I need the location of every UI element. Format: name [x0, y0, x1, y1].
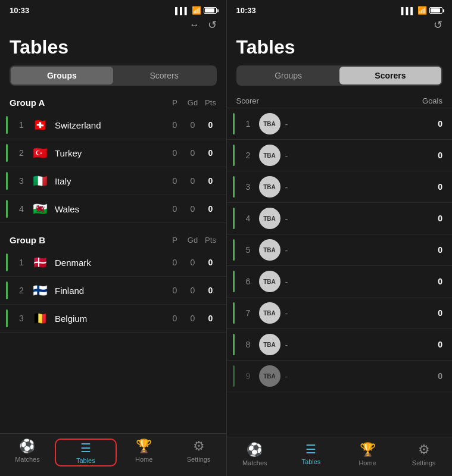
scorer-rank: 9 — [242, 371, 254, 381]
left-panel: 10:33 ▌▌▌ 📶 ↔ ↺ Tables Groups Scorers Gr… — [0, 0, 226, 476]
team-stats: 0 0 0 — [169, 120, 217, 130]
tab-settings-right[interactable]: ⚙ Settings — [395, 442, 452, 466]
page-title-left: Tables — [0, 34, 226, 65]
matches-icon-right: ⚽ — [247, 442, 263, 458]
nav-refresh-icon-right[interactable]: ↺ — [434, 18, 442, 32]
time-left: 10:33 — [10, 6, 29, 15]
flag-belgium: 🇧🇪 — [31, 309, 49, 327]
scorer-rank: 1 — [242, 119, 254, 129]
rank: 2 — [15, 286, 27, 295]
stat-pts: 0 — [205, 258, 217, 267]
tab-label-tables-right: Tables — [302, 458, 321, 465]
tba-badge: TBA — [259, 145, 280, 166]
stat-p: 0 — [169, 148, 181, 158]
scorer-col-label: Scorer — [236, 96, 259, 105]
nav-row-left: ↔ ↺ — [0, 17, 226, 34]
scorer-row[interactable]: 1 TBA - 0 — [227, 108, 453, 140]
stat-p: 0 — [169, 120, 181, 130]
wifi-icon-right: 📶 — [417, 6, 427, 15]
group-b-cols: P Gd Pts — [169, 236, 217, 245]
stat-pts: 0 — [205, 176, 217, 186]
group-a-name: Group A — [10, 98, 45, 108]
team-name: Finland — [55, 286, 169, 296]
table-row[interactable]: 1 🇩🇰 Denmark 0 0 0 — [0, 249, 226, 277]
team-name: Switzerland — [55, 120, 169, 130]
table-row[interactable]: 1 🇨🇭 Switzerland 0 0 0 — [0, 111, 226, 139]
scorer-rank: 6 — [242, 277, 254, 286]
status-bar-right: 10:33 ▌▌▌ 📶 — [227, 0, 453, 17]
tab-matches-right[interactable]: ⚽ Matches — [227, 442, 283, 466]
tab-label-settings-right: Settings — [412, 459, 436, 466]
scorer-row[interactable]: 9 TBA - 0 — [227, 361, 453, 392]
nav-back-forward-icon[interactable]: ↔ — [190, 20, 199, 30]
tab-matches-left[interactable]: ⚽ Matches — [0, 439, 55, 466]
stat-gd: 0 — [187, 120, 199, 130]
tab-tables-left[interactable]: ☰ Tables — [55, 439, 117, 466]
scorer-row[interactable]: 8 TBA - 0 — [227, 329, 453, 361]
table-row[interactable]: 4 🏴󠁧󠁢󠁷󠁬󠁳󠁿 Wales 0 0 0 — [0, 195, 226, 223]
nav-refresh-icon[interactable]: ↺ — [208, 18, 217, 32]
team-stats: 0 0 0 — [169, 204, 217, 214]
table-row[interactable]: 2 🇹🇷 Turkey 0 0 0 — [0, 139, 226, 167]
team-stats: 0 0 0 — [169, 148, 217, 158]
team-name: Turkey — [55, 148, 169, 158]
tab-settings-left[interactable]: ⚙ Settings — [172, 439, 226, 466]
group-a-cols: P Gd Pts — [169, 98, 217, 107]
scorer-row[interactable]: 4 TBA - 0 — [227, 203, 453, 234]
home-icon-right: 🏆 — [360, 442, 376, 458]
scorer-rank: 7 — [242, 308, 254, 318]
tab-scorers-left[interactable]: Scorers — [113, 67, 216, 84]
stat-gd: 0 — [187, 258, 199, 267]
scorer-rank: 2 — [242, 151, 254, 160]
settings-icon-right: ⚙ — [418, 442, 430, 458]
rank: 1 — [15, 258, 27, 267]
tab-tables-right[interactable]: ☰ Tables — [283, 442, 339, 466]
tba-badge: TBA — [259, 271, 280, 292]
stat-pts: 0 — [205, 204, 217, 214]
home-icon: 🏆 — [136, 439, 152, 454]
tab-groups-left[interactable]: Groups — [11, 67, 113, 84]
scorer-goals: 0 — [438, 277, 442, 286]
table-row[interactable]: 2 🇫🇮 Finland 0 0 0 — [0, 277, 226, 305]
stat-p: 0 — [169, 258, 181, 267]
col-pts-b: Pts — [205, 236, 217, 245]
flag-denmark: 🇩🇰 — [31, 253, 49, 271]
right-panel: 10:33 ▌▌▌ 📶 ↺ Tables Groups Scorers Scor… — [226, 0, 453, 476]
stat-pts: 0 — [205, 120, 217, 130]
rank: 3 — [15, 314, 27, 323]
settings-icon: ⚙ — [193, 439, 205, 454]
page-title-right: Tables — [227, 34, 453, 65]
scorer-goals: 0 — [438, 182, 442, 192]
scorer-goals: 0 — [438, 308, 442, 318]
tab-label-home-right: Home — [359, 459, 376, 466]
flag-wales: 🏴󠁧󠁢󠁷󠁬󠁳󠁿 — [31, 200, 49, 218]
table-row[interactable]: 3 🇮🇹 Italy 0 0 0 — [0, 167, 226, 195]
status-icons-left: ▌▌▌ 📶 — [175, 6, 216, 15]
tba-badge: TBA — [259, 113, 280, 134]
stat-p: 0 — [169, 176, 181, 186]
scorer-name: - — [285, 182, 438, 192]
tab-home-right[interactable]: 🏆 Home — [339, 442, 396, 466]
scorer-row[interactable]: 3 TBA - 0 — [227, 171, 453, 203]
tba-badge: TBA — [259, 365, 280, 387]
tab-home-left[interactable]: 🏆 Home — [117, 439, 172, 466]
battery-icon-right — [429, 7, 442, 14]
scorer-row[interactable]: 2 TBA - 0 — [227, 140, 453, 171]
tab-label-matches: Matches — [15, 456, 40, 463]
tables-icon-right: ☰ — [306, 442, 316, 456]
scorer-rank: 8 — [242, 340, 254, 349]
segment-control-right: Groups Scorers — [236, 65, 443, 86]
nav-row-right: ↺ — [227, 17, 453, 34]
segment-control-left: Groups Scorers — [10, 65, 217, 86]
scorer-goals: 0 — [438, 119, 442, 129]
battery-icon — [204, 7, 217, 14]
tab-groups-right[interactable]: Groups — [238, 67, 339, 84]
scorer-row[interactable]: 6 TBA - 0 — [227, 266, 453, 298]
table-row[interactable]: 3 🇧🇪 Belgium 0 0 0 — [0, 305, 226, 333]
tab-scorers-right[interactable]: Scorers — [339, 67, 441, 84]
scorer-name: - — [285, 277, 438, 287]
scorer-name: - — [285, 214, 438, 224]
rank: 2 — [15, 148, 27, 158]
scorer-row[interactable]: 5 TBA - 0 — [227, 234, 453, 266]
scorer-row[interactable]: 7 TBA - 0 — [227, 298, 453, 329]
